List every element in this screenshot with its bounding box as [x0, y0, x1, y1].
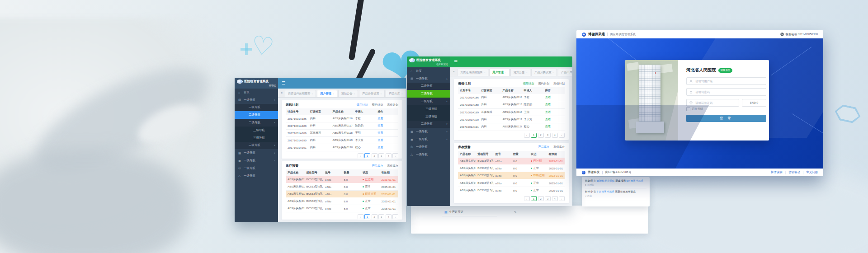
sidebar-item[interactable]: ◎ 一级导航	[407, 143, 450, 151]
page-button[interactable]: ›	[392, 214, 398, 219]
tab[interactable]: 产品分类设置 ○	[359, 90, 385, 97]
view-link[interactable]: 查看	[543, 108, 565, 116]
view-link[interactable]: 查看	[376, 137, 398, 144]
page-button[interactable]: 4	[552, 196, 558, 201]
sidebar-item[interactable]: ▦ 一级导航 ∨	[235, 149, 278, 157]
tab-close-icon[interactable]: ○	[354, 93, 355, 95]
page-button[interactable]: 2	[538, 196, 544, 201]
page-button[interactable]: 1	[531, 133, 537, 138]
page-button[interactable]: 3	[378, 214, 384, 219]
page-button[interactable]: ›	[392, 153, 398, 158]
sidebar-item[interactable]: ◎ 一级导航	[235, 164, 278, 172]
view-link[interactable]: 查看	[376, 144, 398, 151]
view-link[interactable]: 查看	[376, 115, 398, 122]
sidebar-item[interactable]: ⌂ 首页	[235, 89, 278, 96]
page-button[interactable]: 2	[538, 133, 544, 138]
tab-close-icon[interactable]: ○	[380, 93, 382, 95]
tab[interactable]: 用户管理 ○	[317, 90, 337, 97]
collapse-tabs-icon[interactable]: «	[281, 91, 283, 94]
tab[interactable]: 资质证件效期预警 ○	[285, 90, 316, 97]
sidebar-item[interactable]: 二级导航 ∧	[407, 98, 450, 105]
plan-type-link[interactable]: 预约计划	[538, 82, 550, 86]
collapse-tabs-icon[interactable]: «	[453, 70, 455, 73]
tab-close-icon[interactable]: ○	[311, 93, 313, 95]
page-button[interactable]: ‹	[524, 133, 530, 138]
captcha-question[interactable]: 6+8=?	[742, 99, 766, 107]
page-button[interactable]: 3	[545, 196, 551, 201]
sidebar-item[interactable]: ▣ 一级导航 ∨	[407, 136, 450, 143]
page-button[interactable]: 3	[378, 153, 384, 158]
plan-type-link[interactable]: 高值计划	[553, 82, 565, 86]
page-button[interactable]: 1	[364, 153, 370, 158]
tab[interactable]: 用户管理 ○	[489, 69, 509, 76]
tab-close-icon[interactable]: ○	[552, 71, 554, 74]
sidebar-item[interactable]: ▤ 一级导航 ∧	[235, 96, 278, 104]
view-link[interactable]: 查看	[376, 130, 398, 137]
login-button[interactable]: 登 录	[686, 115, 766, 122]
footer-link-manual[interactable]: 操作说明	[771, 170, 783, 174]
page-button[interactable]: ›	[559, 196, 565, 201]
tab-close-icon[interactable]: ○	[484, 71, 485, 74]
sidebar-item[interactable]: 二级导航 ∨	[407, 121, 450, 128]
page-button[interactable]: 4	[552, 133, 558, 138]
view-link[interactable]: 查看	[376, 122, 398, 130]
sidebar-item[interactable]: △ 一级导航	[235, 172, 278, 180]
page-button[interactable]: 4	[386, 153, 392, 158]
hamburger-icon[interactable]: ☰	[282, 81, 285, 85]
sidebar-item[interactable]: 二级导航 ∧	[235, 119, 278, 126]
tab-close-icon[interactable]: ○	[526, 71, 527, 74]
page-button[interactable]: 4	[386, 214, 392, 219]
view-link[interactable]: 查看	[543, 94, 565, 101]
page-button[interactable]: 1	[531, 196, 537, 201]
view-link[interactable]: 查看	[543, 123, 565, 131]
stock-type-link[interactable]: 高值库存	[387, 164, 398, 168]
plan-type-link[interactable]: 领用计划	[523, 82, 534, 86]
sidebar-item[interactable]: 二级导航	[407, 83, 450, 90]
tab[interactable]: 通知公告 ○	[338, 90, 359, 97]
sidebar-item[interactable]: 三级导航	[235, 126, 278, 134]
tab[interactable]: 产品出库 ○	[558, 69, 572, 76]
sidebar-item[interactable]: 二级导航 ∨	[235, 142, 278, 150]
tab-close-icon[interactable]: ○	[505, 71, 506, 74]
activity-link[interactable]: 风驰精英小分队	[597, 179, 615, 182]
page-button[interactable]: ›	[559, 133, 565, 138]
username-input[interactable]	[694, 79, 763, 83]
page-button[interactable]: 3	[545, 133, 551, 138]
tab-close-icon[interactable]: ○	[333, 93, 334, 95]
sidebar-item[interactable]: ⌂ 首页	[407, 67, 450, 75]
tab[interactable]: 产品出库 ○	[386, 90, 406, 97]
activity-link[interactable]: 5月日常小需求	[627, 179, 643, 182]
page-button[interactable]: 2	[372, 153, 377, 158]
sidebar-item[interactable]: ▣ 一级导航 ∨	[235, 157, 278, 164]
tab[interactable]: 资质证件效期预警 ○	[457, 69, 488, 76]
sidebar-item[interactable]: ▤ 一级导航 ∧	[407, 75, 450, 83]
sidebar-item[interactable]: ▦ 一级导航 ∨	[407, 128, 450, 136]
page-button[interactable]: ‹	[358, 153, 363, 158]
page-button[interactable]: ‹	[358, 214, 363, 219]
page-button[interactable]: 2	[372, 214, 377, 219]
sidebar-item[interactable]: 二级导航	[407, 90, 450, 98]
sidebar-item[interactable]: △ 一级导航	[407, 151, 450, 159]
activity-link[interactable]: 5 月日常小需求	[597, 190, 614, 193]
tab-close-icon[interactable]: ○	[401, 93, 403, 95]
page-button[interactable]: ‹	[524, 196, 530, 201]
remember-checkbox[interactable]	[686, 107, 690, 111]
view-link[interactable]: 查看	[543, 101, 565, 108]
hamburger-icon[interactable]: ☰	[454, 60, 458, 64]
page-button[interactable]: 1	[364, 214, 370, 219]
sidebar-item[interactable]: 二级导航	[235, 104, 278, 112]
certificate-row[interactable]: ▤ 生产许可证	[442, 209, 497, 216]
tab[interactable]: 通知公告 ○	[510, 69, 531, 76]
sidebar-item[interactable]: 二级导航	[235, 111, 278, 119]
view-link[interactable]: 查看	[543, 116, 565, 123]
plan-type-link[interactable]: 预约计划	[372, 103, 383, 107]
tab[interactable]: 产品分类设置 ○	[531, 69, 557, 76]
sidebar-item[interactable]: 三级导航	[407, 113, 450, 121]
plan-type-link[interactable]: 领用计划	[357, 103, 368, 107]
stock-type-link[interactable]: 高值库存	[553, 145, 565, 149]
edit-icon[interactable]: ✎	[514, 211, 517, 214]
footer-link-faq[interactable]: 常见问题	[806, 170, 818, 174]
captcha-input[interactable]	[694, 101, 736, 105]
sidebar-item[interactable]: 三级导航	[407, 105, 450, 113]
stock-type-link[interactable]: 产品库存	[372, 164, 383, 168]
